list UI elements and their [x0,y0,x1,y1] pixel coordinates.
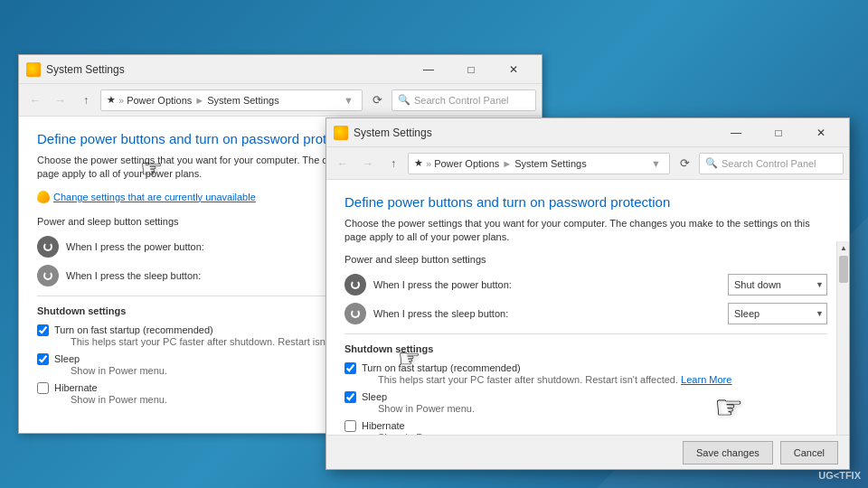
fg-scroll-thumb[interactable] [839,256,848,283]
foreground-minimize-button[interactable]: — [715,118,757,147]
fg-sleep-dropdown[interactable]: Sleep Do nothing Hibernate Shut down [728,303,827,324]
fg-sleep-icon [344,303,366,324]
breadcrumb-system-settings: System Settings [207,95,278,106]
breadcrumb-bar: ★ » Power Options ► System Settings ▼ [100,89,363,111]
fg-breadcrumb-power-options: Power Options [434,158,499,169]
background-close-button[interactable]: ✕ [493,55,534,84]
fg-sleep-row: Sleep Show in Power menu. [344,390,827,414]
hibernate-checkbox[interactable] [37,382,49,394]
fg-hibernate-checkbox[interactable] [344,420,356,432]
sleep-icon [37,265,59,286]
fg-back-button[interactable]: ← [332,153,354,174]
fg-fast-startup-row: Turn on fast startup (recommended) This … [344,361,827,385]
sleep-label: Sleep [54,353,80,364]
foreground-addressbar: ← → ↑ ★ » Power Options ► System Setting… [326,147,849,180]
breadcrumb-power-options: Power Options [127,95,192,106]
hibernate-sublabel: Show in Power menu. [71,394,167,405]
foreground-window-title: System Settings [354,127,715,139]
power-icon [37,236,59,258]
change-settings-text: Change settings that are currently unava… [53,192,256,202]
fg-page-heading: Define power buttons and turn on passwor… [344,194,827,210]
background-addressbar: ← → ↑ ★ » Power Options ► System Setting… [19,84,542,117]
fg-sleep-button-row: When I press the sleep button: Sleep Do … [344,303,827,324]
background-window-icon [26,62,41,77]
fg-breadcrumb-icon: ★ [414,157,423,169]
foreground-maximize-button[interactable]: □ [758,118,799,147]
bottom-action-bar: Save changes Cancel [326,435,849,469]
fg-power-button-label: When I press the power button: [373,279,721,290]
fast-startup-label: Turn on fast startup (recommended) [54,324,213,335]
refresh-button[interactable]: ⟳ [366,89,388,111]
breadcrumb-icon: ★ [107,94,116,106]
background-titlebar: System Settings — □ ✕ [19,55,542,84]
fg-fast-startup-label: Turn on fast startup (recommended) [362,362,521,373]
foreground-titlebar: System Settings — □ ✕ [326,118,849,147]
fg-scroll-up-arrow[interactable]: ▲ [837,241,849,254]
fg-refresh-button[interactable]: ⟳ [674,153,695,174]
foreground-close-button[interactable]: ✕ [800,118,842,147]
back-button[interactable]: ← [24,89,46,111]
fast-startup-checkbox[interactable] [37,324,49,336]
fg-up-button[interactable]: ↑ [382,153,404,174]
fg-search-placeholder: Search Control Panel [722,158,816,169]
search-icon: 🔍 [398,94,410,106]
foreground-window: System Settings — □ ✕ ← → ↑ ★ » Power Op… [326,117,850,470]
fg-sleep-label: Sleep [362,391,387,402]
fg-page-description: Choose the power settings that you want … [344,217,827,245]
fg-sleep-button-label: When I press the sleep button: [373,308,721,319]
sleep-checkbox[interactable] [37,353,49,365]
fg-breadcrumb-bar: ★ » Power Options ► System Settings ▼ [408,153,670,174]
fg-sleep-sublabel: Show in Power menu. [378,403,475,414]
background-window-title: System Settings [46,63,408,76]
fg-fast-startup-checkbox[interactable] [344,362,356,374]
fg-fast-startup-sublabel: This helps start your PC faster after sh… [378,374,731,385]
fg-forward-button[interactable]: → [357,153,379,174]
search-bar[interactable]: 🔍 Search Control Panel [392,89,536,111]
fg-power-sleep-section-label: Power and sleep button settings [344,254,827,265]
fg-scrollbar[interactable]: ▲ [836,241,849,435]
foreground-window-icon [334,126,348,140]
foreground-content: ▲ Define power buttons and turn on passw… [326,180,849,469]
forward-button[interactable]: → [50,89,71,111]
background-window-controls: — □ ✕ [408,55,534,84]
search-placeholder: Search Control Panel [414,95,509,106]
fg-power-dropdown[interactable]: Shut down Sleep Hibernate Do nothing [728,274,827,296]
fg-search-icon: 🔍 [705,157,718,169]
background-maximize-button[interactable]: □ [450,55,492,84]
foreground-window-controls: — □ ✕ [715,118,842,147]
cancel-button[interactable]: Cancel [780,441,838,465]
fg-hibernate-label: Hibernate [362,420,405,431]
background-minimize-button[interactable]: — [408,55,449,84]
fg-sleep-checkbox[interactable] [344,391,356,403]
fg-power-button-row: When I press the power button: Shut down… [344,274,827,296]
shield-icon [37,191,50,203]
hibernate-label: Hibernate [54,382,98,393]
learn-more-link[interactable]: Learn More [681,374,731,385]
save-changes-button[interactable]: Save changes [683,441,773,465]
up-button[interactable]: ↑ [75,89,97,111]
fg-divider [344,333,827,334]
fg-sleep-dropdown-wrapper: Sleep Do nothing Hibernate Shut down ▼ [728,303,827,324]
fg-search-bar[interactable]: 🔍 Search Control Panel [699,153,844,174]
fg-power-icon [344,274,366,296]
fg-breadcrumb-system-settings: System Settings [514,158,586,169]
sleep-sublabel: Show in Power menu. [71,365,167,376]
fg-shutdown-section-label: Shutdown settings [344,343,827,354]
fg-power-dropdown-wrapper: Shut down Sleep Hibernate Do nothing ▼ [728,274,827,296]
watermark: UG<TFIX [818,470,861,481]
